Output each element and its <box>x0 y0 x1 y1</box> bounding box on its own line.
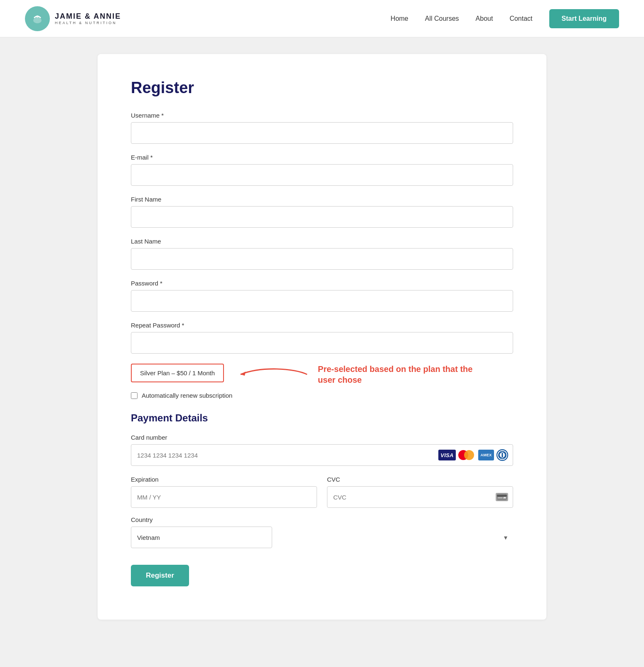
plan-annotation-text: Pre-selected based on the plan that the … <box>318 364 484 385</box>
visa-icon: VISA <box>438 450 456 460</box>
cvc-wrapper: 123 <box>327 486 513 508</box>
last-name-field-group: Last Name <box>131 238 513 270</box>
card-number-label: Card number <box>131 434 513 441</box>
card-number-container: VISA AMEX <box>131 444 513 466</box>
chevron-down-icon: ▾ <box>504 534 507 541</box>
payment-section-title: Payment Details <box>131 412 513 424</box>
country-field-group: Country Vietnam United States United Kin… <box>131 516 513 548</box>
logo-title: JAMIE & ANNIE <box>55 12 121 21</box>
repeat-password-input[interactable] <box>131 332 513 354</box>
nav-contact[interactable]: Contact <box>509 15 532 22</box>
diners-icon <box>497 449 508 461</box>
logo-text: JAMIE & ANNIE HEALTH & NUTRITION <box>55 12 121 25</box>
svg-point-0 <box>33 17 42 23</box>
start-learning-button[interactable]: Start Learning <box>549 9 619 28</box>
password-input[interactable] <box>131 290 513 312</box>
username-input[interactable] <box>131 122 513 144</box>
auto-renew-row: Automatically renew subscription <box>131 392 513 399</box>
username-label: Username * <box>131 112 513 119</box>
cvc-field-group: CVC 123 <box>327 476 513 508</box>
nav-all-courses[interactable]: All Courses <box>425 15 459 22</box>
username-field-group: Username * <box>131 112 513 144</box>
expiry-label: Expiration <box>131 476 317 483</box>
cvc-label: CVC <box>327 476 513 483</box>
logo-subtitle: HEALTH & NUTRITION <box>55 21 121 25</box>
plan-annotation: Pre-selected based on the plan that the … <box>236 364 484 385</box>
country-wrapper: Vietnam United States United Kingdom Aus… <box>131 527 513 548</box>
card-icons: VISA AMEX <box>438 449 508 461</box>
first-name-label: First Name <box>131 196 513 203</box>
country-label: Country <box>131 516 513 523</box>
svg-point-1 <box>36 15 39 18</box>
cvc-input[interactable] <box>327 486 513 508</box>
page-title: Register <box>131 79 513 97</box>
mastercard-icon <box>458 450 476 460</box>
nav-home[interactable]: Home <box>391 15 408 22</box>
email-label: E-mail * <box>131 154 513 161</box>
plan-box[interactable]: Silver Plan – $50 / 1 Month <box>131 364 224 382</box>
svg-point-5 <box>502 453 505 458</box>
svg-rect-7 <box>497 495 507 497</box>
country-select[interactable]: Vietnam United States United Kingdom Aus… <box>131 527 272 548</box>
repeat-password-label: Repeat Password * <box>131 322 513 329</box>
email-field-group: E-mail * <box>131 154 513 186</box>
first-name-input[interactable] <box>131 206 513 228</box>
register-button[interactable]: Register <box>131 565 189 586</box>
arrow-icon <box>236 364 311 385</box>
auto-renew-checkbox[interactable] <box>131 392 138 399</box>
nav-about[interactable]: About <box>476 15 493 22</box>
auto-renew-label: Automatically renew subscription <box>142 392 232 399</box>
expiry-input[interactable] <box>131 486 317 508</box>
register-form-card: Register Username * E-mail * First Name … <box>98 54 546 620</box>
password-label: Password * <box>131 280 513 287</box>
email-input[interactable] <box>131 164 513 186</box>
svg-text:123: 123 <box>504 497 507 499</box>
card-number-field-group: Card number VISA AMEX <box>131 434 513 466</box>
cvc-card-icon: 123 <box>496 493 508 501</box>
first-name-field-group: First Name <box>131 196 513 228</box>
logo[interactable]: JAMIE & ANNIE HEALTH & NUTRITION <box>25 6 121 31</box>
repeat-password-field-group: Repeat Password * <box>131 322 513 354</box>
logo-icon <box>25 6 50 31</box>
amex-icon: AMEX <box>478 450 494 460</box>
plan-row: Silver Plan – $50 / 1 Month Pre-selected… <box>131 364 513 385</box>
main-nav: Home All Courses About Contact Start Lea… <box>391 9 619 28</box>
last-name-label: Last Name <box>131 238 513 245</box>
svg-rect-8 <box>498 497 503 498</box>
expiry-field-group: Expiration <box>131 476 317 508</box>
last-name-input[interactable] <box>131 248 513 270</box>
expiry-cvc-row: Expiration CVC 123 <box>131 476 513 508</box>
password-field-group: Password * <box>131 280 513 312</box>
